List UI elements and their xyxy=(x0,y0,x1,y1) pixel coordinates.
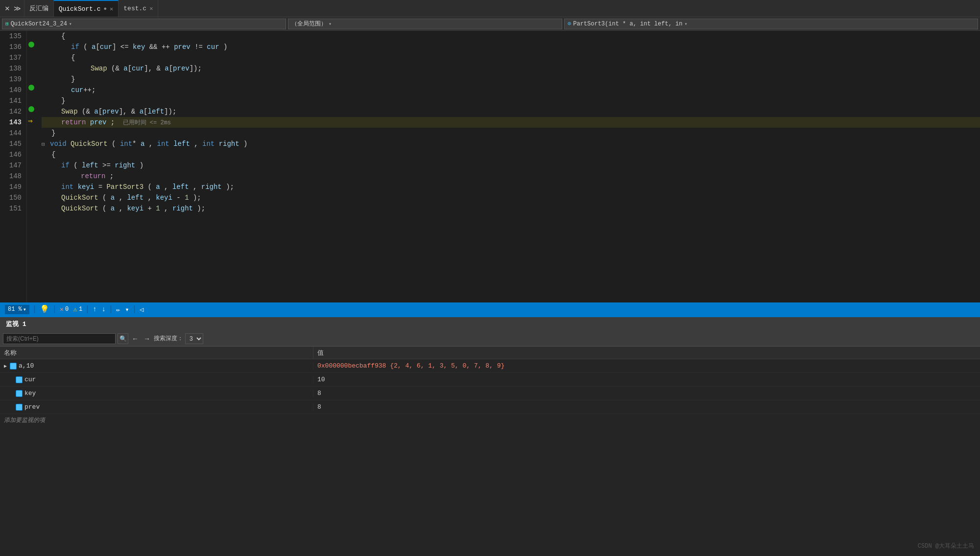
watch-table-header: 名称 值 xyxy=(0,347,980,359)
tab-bar: ✕ ≫ 反汇编 QuickSort.c ● ✕ test.c ✕ xyxy=(0,0,980,17)
var-name-key: key xyxy=(24,390,36,397)
line-numbers: 135 136 137 138 139 140 141 142 143 144 … xyxy=(0,31,27,302)
expand-panel-icon[interactable]: ≫ xyxy=(14,4,21,13)
watch-search-btn[interactable]: 🔍 xyxy=(118,333,128,344)
warning-icon: ⚠ xyxy=(73,305,77,313)
watch-row-a10: ▶ a,10 0x000000becbaff938 {2, 4, 6, 1, 3… xyxy=(0,359,980,373)
col-name-header: 名称 xyxy=(0,347,313,359)
close-panel-icon[interactable]: ✕ xyxy=(3,3,12,13)
zoom-control[interactable]: 81 % ▾ xyxy=(5,305,29,314)
watch-row-prev: prev 8 xyxy=(0,400,980,414)
scroll-left-btn[interactable]: ◁ xyxy=(140,305,143,314)
code-line-145: ⊟ void QuickSort ( int* a , int left , i… xyxy=(42,139,980,149)
tab-test[interactable]: test.c ✕ xyxy=(119,0,158,17)
watch-row-a10-val: 0x000000becbaff938 {2, 4, 6, 1, 3, 5, 0,… xyxy=(313,362,980,370)
var-icon-a10 xyxy=(10,363,17,370)
code-line-141: } xyxy=(42,95,980,106)
tab-fanbianyi[interactable]: 反汇编 xyxy=(24,0,54,17)
watch-row-key: key 8 xyxy=(0,387,980,400)
col-value-header: 值 xyxy=(313,347,980,359)
edit-btn[interactable]: ✏ xyxy=(116,305,120,314)
code-line-135: { xyxy=(42,31,980,42)
zoom-level: 81 % xyxy=(8,306,22,313)
code-line-146: { xyxy=(42,149,980,160)
watch-row-cur-val: 10 xyxy=(313,376,980,383)
watch-panel: 监视 1 🔍 ← → 搜索深度： 3 1 2 4 5 名称 值 xyxy=(0,316,980,556)
search-depth-select[interactable]: 3 1 2 4 5 xyxy=(185,333,203,344)
nav-down-btn[interactable]: ↓ xyxy=(102,305,106,313)
code-line-138: Swap (& a[cur], & a[prev]); xyxy=(42,63,980,74)
var-icon-prev xyxy=(16,404,23,411)
watch-row-cur-name: cur xyxy=(0,376,313,383)
watch-row-a10-name: ▶ a,10 xyxy=(0,362,313,370)
scope-selector[interactable]: （全局范围） ▾ xyxy=(288,19,562,29)
code-line-149: int keyi = PartSort3 ( a , left , right … xyxy=(42,182,980,192)
warning-count-label: 1 xyxy=(79,306,82,313)
function-selector[interactable]: ⊙ PartSort3(int * a, int left, in ▾ xyxy=(564,19,978,29)
watch-search-input[interactable] xyxy=(3,333,116,344)
code-content[interactable]: { if ( a[cur] <= key && ++ prev != cur ) xyxy=(38,31,980,302)
file-selector-label: QuickSort24_3_24 xyxy=(11,21,67,27)
watch-nav-next[interactable]: → xyxy=(142,335,152,343)
watch-title: 监视 1 xyxy=(0,317,980,331)
warning-count[interactable]: ⚠ 1 xyxy=(73,305,82,313)
intellisense-icon: 💡 xyxy=(40,304,49,314)
error-count[interactable]: ✕ 0 xyxy=(60,305,69,313)
gutter: ⇒ xyxy=(27,31,38,302)
var-icon-cur xyxy=(16,376,23,383)
file-selector-chevron: ▾ xyxy=(69,21,72,27)
panel-controls: ✕ ≫ xyxy=(0,0,24,17)
tab-fanbianyi-label: 反汇编 xyxy=(29,4,48,13)
scope-selector-chevron: ▾ xyxy=(329,21,332,27)
tab-quicksort-label: QuickSort.c xyxy=(59,5,101,13)
expand-a10[interactable]: ▶ xyxy=(4,363,7,369)
watermark: CSDN @大耳朵土土马 xyxy=(918,542,974,550)
var-name-cur: cur xyxy=(24,376,36,383)
code-line-151: QuickSort ( a , keyi + 1 , right ); xyxy=(42,203,980,214)
tab-quicksort-close[interactable]: ✕ xyxy=(110,5,113,13)
edit-chevron[interactable]: ▾ xyxy=(125,305,129,314)
function-selector-chevron: ▾ xyxy=(684,21,687,27)
scope-selector-label: （全局范围） xyxy=(291,20,327,28)
var-icon-key xyxy=(16,390,23,397)
watch-add-row[interactable]: 添加要监视的项 xyxy=(0,414,980,426)
code-line-140: cur++; xyxy=(42,85,980,95)
code-editor: 135 136 137 138 139 140 141 142 143 144 … xyxy=(0,31,980,302)
tab-test-close[interactable]: ✕ xyxy=(149,5,153,12)
zoom-chevron: ▾ xyxy=(23,306,26,313)
code-line-144: } xyxy=(42,128,980,139)
watch-nav-prev[interactable]: ← xyxy=(130,335,140,343)
code-line-139: } xyxy=(42,74,980,85)
watch-row-key-name: key xyxy=(0,390,313,397)
code-line-137: { xyxy=(42,52,980,63)
code-line-147: if ( left >= right ) xyxy=(42,160,980,171)
nav-up-btn[interactable]: ↑ xyxy=(93,305,96,313)
watch-search-bar: 🔍 ← → 搜索深度： 3 1 2 4 5 xyxy=(0,331,980,347)
toolbar-row: ⊞ QuickSort24_3_24 ▾ （全局范围） ▾ ⊙ PartSort… xyxy=(0,17,980,31)
watch-row-prev-val: 8 xyxy=(313,403,980,411)
var-name-a10: a,10 xyxy=(19,362,34,370)
collapse-icon-145[interactable]: ⊟ xyxy=(42,141,45,147)
var-name-prev: prev xyxy=(24,403,40,411)
status-bar: 81 % ▾ 💡 ✕ 0 ⚠ 1 ↑ ↓ ✏ ▾ ◁ xyxy=(0,302,980,316)
code-line-136: if ( a[cur] <= key && ++ prev != cur ) xyxy=(42,42,980,52)
code-line-150: QuickSort ( a , left , keyi - 1 ); xyxy=(42,192,980,203)
watch-row-prev-name: prev xyxy=(0,403,313,411)
error-icon: ✕ xyxy=(60,305,64,313)
error-count-label: 0 xyxy=(65,306,69,313)
code-line-142: Swap (& a[prev], & a[left]); xyxy=(42,106,980,117)
file-selector[interactable]: ⊞ QuickSort24_3_24 ▾ xyxy=(2,19,286,29)
function-selector-label: PartSort3(int * a, int left, in xyxy=(573,21,682,27)
tab-quicksort[interactable]: QuickSort.c ● ✕ xyxy=(54,0,119,17)
search-depth-label: 搜索深度： xyxy=(154,334,183,343)
watch-table: ▶ a,10 0x000000becbaff938 {2, 4, 6, 1, 3… xyxy=(0,359,980,556)
tab-modified-icon: ● xyxy=(103,6,107,12)
watch-row-key-val: 8 xyxy=(313,390,980,397)
watch-row-cur: cur 10 xyxy=(0,373,980,387)
tab-test-label: test.c xyxy=(123,5,146,12)
code-line-148: return ; xyxy=(42,171,980,182)
code-line-143: return prev ; 已用时间 <= 2ms xyxy=(42,117,980,128)
